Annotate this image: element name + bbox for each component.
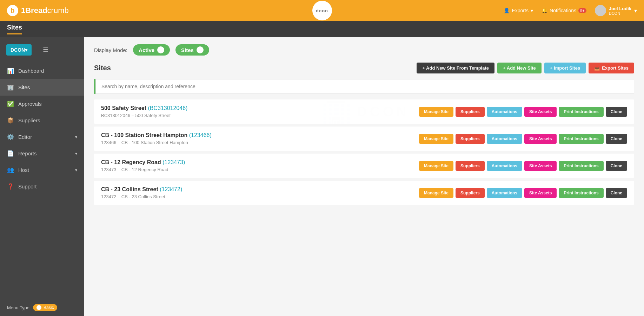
site-card-content: CB - 23 Collins Street (123472) 123472 –… [94,181,634,205]
user-menu[interactable]: Joel Ludik DCON ▾ [595,5,637,16]
display-mode-label: Display Mode: [94,47,127,53]
logo-area: b 1Breadcrumb [7,5,69,16]
top-header: b 1Breadcrumb dcon 👤 Exports ▾ 🔔 Notific… [0,0,644,21]
active-toggle[interactable]: Active [133,44,170,56]
support-icon: ❓ [7,183,14,190]
clone-button[interactable]: Clone [606,161,627,171]
site-name: CB - 23 Collins Street (123472) [101,186,419,193]
print-instructions-button[interactable]: Print Instructions [559,161,603,171]
sites-section-header: Sites + Add New Site From Template + Add… [94,63,634,73]
sidebar-item-sites[interactable]: 🏢 Sites [0,79,84,96]
sidebar-item-host[interactable]: 👥 Host ▾ [0,162,84,178]
print-instructions-button[interactable]: Print Instructions [559,107,603,117]
site-actions: Manage Site Suppliers Automations Site A… [419,134,627,145]
header-center-logo: dcon [312,1,332,20]
notifications-button[interactable]: 🔔 Notifications 9+ [542,8,586,13]
sidebar-item-support[interactable]: ❓ Support [0,178,84,195]
site-actions: Manage Site Suppliers Automations Site A… [419,107,627,118]
site-assets-button[interactable]: Site Assets [524,107,557,117]
site-assets-button[interactable]: Site Assets [524,161,557,171]
user-company: DCON [609,11,631,15]
add-new-site-button[interactable]: + Add New Site [497,63,542,73]
suppliers-button[interactable]: Suppliers [456,188,485,198]
automations-button[interactable]: Automations [487,188,522,198]
sidebar-item-reports[interactable]: 📄 Reports ▾ [0,145,84,162]
sidebar-toggle[interactable]: ☰ [39,43,53,57]
site-sub: 123466 – CB - 100 Station Street Hampton [101,140,419,145]
sidebar-item-label: Support [18,183,37,189]
user-name: Joel Ludik [609,6,631,11]
sidebar-item-editor[interactable]: ⚙️ Editor ▾ [0,129,84,145]
bell-icon: 🔔 [542,8,547,13]
search-bar [94,79,634,94]
logo-text: 1Breadcrumb [21,6,69,15]
add-from-template-button[interactable]: + Add New Site From Template [417,63,494,73]
sidebar-item-approvals[interactable]: ✅ Approvals [0,96,84,112]
sidebar-item-label: Reports [18,150,37,156]
dcon-center-logo: dcon [312,1,332,20]
sites-list: 500 Safety Street (BC313012046) BC313012… [94,99,634,205]
sidebar-item-label: Host [18,167,29,173]
sub-header: Sites [0,21,644,37]
suppliers-button[interactable]: Suppliers [456,134,485,144]
logo-icon: b [7,5,18,16]
sidebar-item-label: Approvals [18,101,42,107]
sidebar-item-dashboard[interactable]: 📊 Dashboard [0,63,84,79]
automations-button[interactable]: Automations [487,161,522,171]
site-info: CB - 23 Collins Street (123472) 123472 –… [101,186,419,199]
print-instructions-button[interactable]: Print Instructions [559,134,603,144]
site-info: CB - 12 Regency Road (123473) 123473 – C… [101,159,419,172]
print-instructions-button[interactable]: Print Instructions [559,188,603,198]
exports-button[interactable]: 👤 Exports ▾ [504,8,533,13]
site-card-content: 500 Safety Street (BC313012046) BC313012… [94,99,634,124]
site-card-content: CB - 100 Station Street Hampton (123466)… [94,127,634,151]
sidebar-item-label: Editor [18,134,32,140]
site-card: CB - 12 Regency Road (123473) 123473 – C… [94,154,634,178]
search-input[interactable] [95,79,634,94]
page-title: Sites [7,24,22,34]
user-chevron: ▾ [634,7,637,14]
dashboard-icon: 📊 [7,67,14,74]
site-name: CB - 12 Regency Road (123473) [101,159,419,166]
dcon-chevron: ▾ [25,47,27,53]
sidebar: DCON ▾ ☰ 📊 Dashboard 🏢 Sites ✅ Approvals… [0,37,84,316]
export-sites-button[interactable]: 📤 Export Sites [589,63,634,73]
suppliers-button[interactable]: Suppliers [456,107,485,117]
site-name: CB - 100 Station Street Hampton (123466) [101,132,419,138]
site-assets-button[interactable]: Site Assets [524,134,557,144]
manage-site-button[interactable]: Manage Site [419,134,453,144]
automations-button[interactable]: Automations [487,134,522,144]
sites-toggle[interactable]: Sites [175,44,209,56]
display-mode-bar: Display Mode: Active Sites [94,44,634,56]
site-card: CB - 100 Station Street Hampton (123466)… [94,127,634,151]
site-actions: Manage Site Suppliers Automations Site A… [419,188,627,199]
sidebar-item-suppliers[interactable]: 📦 Suppliers [0,112,84,129]
editor-chevron: ▾ [75,135,77,140]
manage-site-button[interactable]: Manage Site [419,161,453,171]
sites-icon: 🏢 [7,84,14,91]
site-assets-button[interactable]: Site Assets [524,188,557,198]
import-sites-button[interactable]: + Import Sites [544,63,586,73]
sidebar-item-label: Dashboard [18,68,44,74]
sites-section-title: Sites [94,64,111,72]
clone-button[interactable]: Clone [606,107,627,117]
suppliers-button[interactable]: Suppliers [456,161,485,171]
menu-type-area: Menu Type Basic [0,299,84,316]
sidebar-item-label: Suppliers [18,117,40,123]
clone-button[interactable]: Clone [606,134,627,144]
automations-button[interactable]: Automations [487,107,522,117]
site-card: 500 Safety Street (BC313012046) BC313012… [94,99,634,124]
notifications-badge: 9+ [578,8,586,13]
manage-site-button[interactable]: Manage Site [419,188,453,198]
dcon-button[interactable]: DCON ▾ [6,44,32,56]
manage-site-button[interactable]: Manage Site [419,107,453,117]
user-info: Joel Ludik DCON [609,6,631,15]
site-card-content: CB - 12 Regency Road (123473) 123473 – C… [94,154,634,178]
clone-button[interactable]: Clone [606,188,627,198]
site-info: CB - 100 Station Street Hampton (123466)… [101,132,419,145]
site-info: 500 Safety Street (BC313012046) BC313012… [101,105,419,118]
editor-icon: ⚙️ [7,134,14,140]
host-chevron: ▾ [75,168,77,173]
menu-type-toggle[interactable]: Basic [33,304,57,311]
sites-toggle-circle [197,46,204,53]
